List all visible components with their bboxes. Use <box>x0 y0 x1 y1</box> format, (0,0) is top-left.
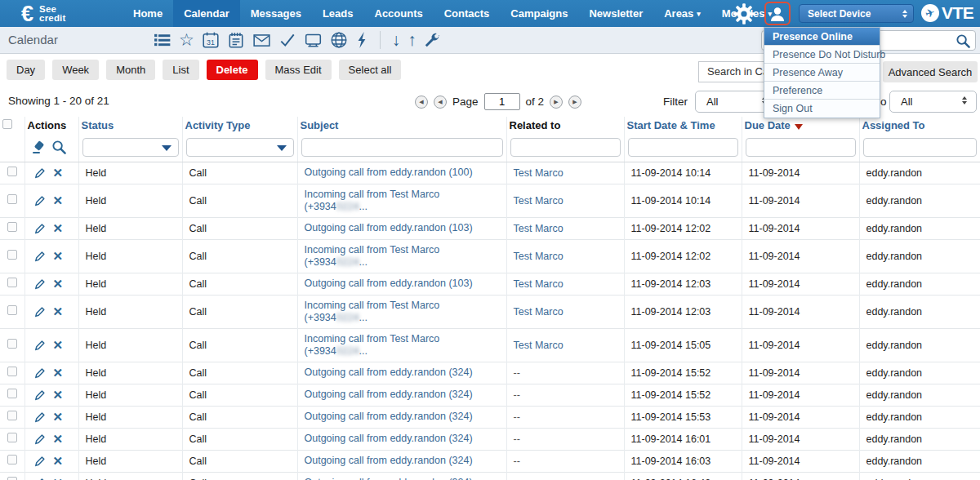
col-header-subject[interactable]: Subject <box>297 117 506 134</box>
subject-link[interactable]: Incoming call from Test Marco <box>305 189 500 201</box>
subject-line2[interactable]: (+39340224... <box>305 312 500 324</box>
list-icon[interactable] <box>154 31 172 49</box>
activity-type-filter-select[interactable] <box>186 138 294 157</box>
edit-icon[interactable] <box>33 250 47 263</box>
nav-item-calendar[interactable]: Calendar <box>173 0 240 27</box>
related-to-value[interactable]: Test Marco <box>514 195 564 207</box>
last-page-button[interactable]: ▶ <box>568 96 581 109</box>
start-date-filter-input[interactable] <box>628 138 738 157</box>
assigned-to-filter-input[interactable] <box>863 138 977 157</box>
subject-line2[interactable]: (+39340224... <box>305 256 500 269</box>
delete-row-icon[interactable]: ✕ <box>53 195 64 207</box>
menu-item-presence-online[interactable]: Presence Online <box>764 28 880 46</box>
brand-logo[interactable]: € Seecredit <box>21 0 66 27</box>
nav-item-leads[interactable]: Leads <box>312 0 364 27</box>
nav-item-newsletter[interactable]: Newsletter <box>578 0 653 27</box>
check-icon[interactable] <box>278 31 296 49</box>
row-checkbox[interactable] <box>7 278 17 287</box>
menu-item-presence-dnd[interactable]: Presence Do Not Disturb <box>764 46 880 64</box>
row-checkbox[interactable] <box>7 305 17 315</box>
menu-item-preference[interactable]: Preference <box>764 82 880 100</box>
prev-page-button[interactable]: ◀ <box>434 96 447 109</box>
edit-icon[interactable] <box>33 222 47 235</box>
edit-icon[interactable] <box>33 305 47 318</box>
star-icon[interactable]: ☆ <box>179 30 194 50</box>
col-header-status[interactable]: Status <box>78 117 182 134</box>
settings-button[interactable] <box>733 2 755 25</box>
col-header-activity-type[interactable]: Activity Type <box>182 117 297 134</box>
related-to-filter-input[interactable] <box>510 138 621 157</box>
mail-icon[interactable] <box>252 31 271 49</box>
delete-row-icon[interactable]: ✕ <box>53 223 64 234</box>
col-header-start-date[interactable]: Start Date & Time <box>624 117 742 134</box>
edit-icon[interactable] <box>33 389 47 402</box>
mass-edit-button[interactable]: Mass Edit <box>265 60 332 80</box>
subject-link[interactable]: Outgoing call from eddy.randon (324) <box>305 433 500 445</box>
edit-icon[interactable] <box>33 433 47 446</box>
arrow-up-icon[interactable]: ↑ <box>408 30 416 50</box>
subject-link[interactable]: Incoming call from Test Marco <box>305 333 500 345</box>
row-checkbox[interactable] <box>7 339 17 349</box>
clear-filter-icon[interactable] <box>32 140 47 155</box>
subject-link[interactable]: Outgoing call from eddy.randon (324) <box>305 455 500 467</box>
page-number-input[interactable] <box>484 93 520 110</box>
delete-row-icon[interactable]: ✕ <box>53 167 64 179</box>
week-button[interactable]: Week <box>52 60 99 80</box>
subject-line2[interactable]: (+39340224... <box>305 345 500 358</box>
first-page-button[interactable]: ◀ <box>415 96 428 109</box>
delete-row-icon[interactable]: ✕ <box>53 306 64 318</box>
edit-icon[interactable] <box>33 411 47 424</box>
row-checkbox[interactable] <box>7 411 17 420</box>
vte-logo[interactable]: ✈ VTE <box>921 3 973 23</box>
menu-item-presence-away[interactable]: Presence Away <box>764 64 880 82</box>
subject-link[interactable]: Outgoing call from eddy.randon (100) <box>305 167 500 179</box>
month-button[interactable]: Month <box>106 60 155 80</box>
row-checkbox[interactable] <box>7 455 17 464</box>
nav-item-contacts[interactable]: Contacts <box>434 0 501 27</box>
subject-link[interactable]: Outgoing call from eddy.randon (103) <box>305 278 500 290</box>
related-to-value[interactable]: Test Marco <box>514 278 564 290</box>
related-to-value[interactable]: Test Marco <box>514 167 564 179</box>
wrench-icon[interactable] <box>424 32 441 49</box>
nav-item-messages[interactable]: Messages <box>240 0 312 27</box>
subject-line2[interactable]: (+39340224... <box>305 201 500 213</box>
select-all-button[interactable]: Select all <box>339 60 402 80</box>
arrow-down-icon[interactable]: ↓ <box>392 30 401 50</box>
calendar-icon[interactable]: 31 <box>202 31 220 49</box>
row-checkbox[interactable] <box>7 477 17 480</box>
related-to-value[interactable]: Test Marco <box>514 340 564 351</box>
subject-link[interactable]: Outgoing call from eddy.randon (324) <box>305 389 500 401</box>
delete-row-icon[interactable]: ✕ <box>53 456 64 467</box>
next-page-button[interactable]: ▶ <box>550 96 563 109</box>
related-to-value[interactable]: Test Marco <box>514 306 564 318</box>
subject-link[interactable]: Outgoing call from eddy.randon (324) <box>305 477 500 480</box>
globe-icon[interactable] <box>330 31 348 49</box>
bolt-icon[interactable] <box>355 31 368 49</box>
subject-link[interactable]: Outgoing call from eddy.randon (324) <box>305 411 500 423</box>
filter2-dropdown[interactable]: All <box>889 91 977 113</box>
edit-icon[interactable] <box>33 339 47 352</box>
related-to-value[interactable]: Test Marco <box>514 251 564 262</box>
edit-icon[interactable] <box>33 278 47 291</box>
delete-button[interactable]: Delete <box>207 60 258 80</box>
edit-icon[interactable] <box>33 367 47 380</box>
subject-filter-input[interactable] <box>301 138 503 157</box>
row-checkbox[interactable] <box>7 250 17 260</box>
select-device-dropdown[interactable]: Select Device <box>799 4 914 23</box>
due-date-filter-input[interactable] <box>746 138 856 157</box>
row-checkbox[interactable] <box>7 389 17 398</box>
delete-row-icon[interactable]: ✕ <box>53 389 64 401</box>
edit-icon[interactable] <box>33 194 47 207</box>
row-checkbox[interactable] <box>7 222 17 232</box>
nav-item-accounts[interactable]: Accounts <box>364 0 434 27</box>
notes-icon[interactable] <box>227 31 245 49</box>
search-icon[interactable] <box>956 33 971 49</box>
edit-icon[interactable] <box>33 477 47 480</box>
delete-row-icon[interactable]: ✕ <box>53 340 64 351</box>
delete-row-icon[interactable]: ✕ <box>53 278 64 290</box>
row-checkbox[interactable] <box>7 367 17 376</box>
row-checkbox[interactable] <box>7 167 17 176</box>
nav-item-campaigns[interactable]: Campaigns <box>500 0 578 27</box>
select-all-checkbox[interactable] <box>2 119 12 129</box>
col-header-due-date[interactable]: Due Date <box>742 117 859 134</box>
